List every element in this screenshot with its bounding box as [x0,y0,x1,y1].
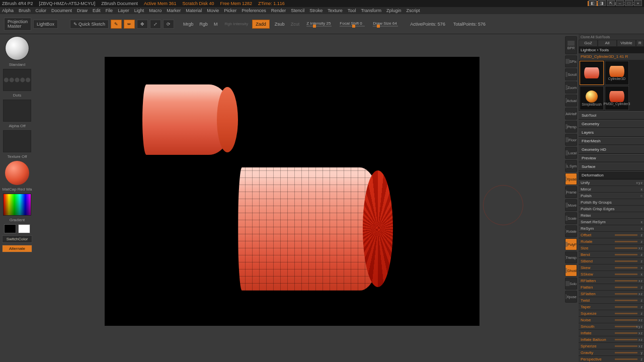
rstrip-zoom[interactable]: Zoom [565,81,577,94]
deform-flatten[interactable]: Flattenz [579,284,644,291]
menu-draw[interactable]: Draw [77,8,88,13]
menu-texture[interactable]: Texture [328,8,343,13]
deform-perspective[interactable]: Perspectivez [579,356,644,362]
deform-size[interactable]: Sizexz [579,245,644,251]
rstrip-persp[interactable]: Persp [565,121,577,133]
brush-preview[interactable] [5,36,29,60]
rstrip-lsym[interactable]: L.Sym [565,160,577,172]
section-layers[interactable]: Layers [579,128,644,137]
rstrip-spix[interactable]: SPix [565,55,577,67]
menu-material[interactable]: Material [186,8,202,13]
deform-inflate[interactable]: Inflatexz [579,330,644,336]
goz-visible-button[interactable]: Visible [617,40,636,47]
section-subtool[interactable]: SubTool [579,111,644,120]
menu-document[interactable]: Document [51,8,72,13]
menu-picker[interactable]: Picker [224,8,236,13]
zcut-button[interactable]: Zcut [291,22,300,27]
menu-alpha[interactable]: Alpha [2,8,14,13]
rstrip-rotate[interactable]: Rotate [565,225,577,237]
texture-slot[interactable] [3,130,31,152]
tool-pm3d-cyl[interactable]: PM3D_Cylinder3 [605,86,629,110]
stroke-preview[interactable] [3,69,31,91]
sep2-icon[interactable]: ◨ [598,0,606,6]
deform-rflatten[interactable]: RFlattenxz [579,278,644,284]
deform-squeeze[interactable]: Squeezez [579,310,644,317]
menu-transform[interactable]: Transform [361,8,381,13]
section-surface[interactable]: Surface [579,162,644,171]
deform-polish-crisp-edges[interactable]: Polish Crisp Edges [579,206,644,212]
deform-taper[interactable]: Taperz [579,304,644,310]
menu-layer[interactable]: Layer [118,8,129,13]
deform-sflatten[interactable]: SFlattenxz [579,291,644,297]
deform-polish[interactable]: Polish ○ [579,193,644,199]
deform-mirror[interactable]: Mirrorx [579,186,644,193]
tool-simplebrush[interactable]: SimpleBrush [580,86,604,110]
rstrip-solo[interactable]: Solo [565,278,577,290]
menu-macro[interactable]: Macro [149,8,162,13]
deform-inflate-balloon[interactable]: Inflate Balloonxz [579,336,644,343]
rgb-toggle[interactable]: Rgb [200,22,208,27]
deform-noise[interactable]: Noisexz [579,317,644,323]
deform-polish-by-groups[interactable]: Polish By Groups [579,199,644,206]
section-fibermesh[interactable]: FiberMesh [579,137,644,145]
draw-mode-button[interactable]: ✏ [124,20,135,29]
material-preview[interactable] [5,161,29,185]
clone-subtools-label[interactable]: Clone All SubTools [579,34,644,40]
rstrip-xpose[interactable]: Xpose [565,173,577,185]
deform-smooth[interactable]: Smoothxyz [579,323,644,330]
close-icon[interactable]: × [634,0,642,6]
zsub-button[interactable]: Zsub [275,22,285,27]
deform-sskew[interactable]: SSkewx [579,271,644,278]
deform-bend[interactable]: Bendz [579,251,644,258]
menu-stroke[interactable]: Stroke [309,8,323,13]
deform-relax[interactable]: Relax [579,212,644,219]
rstrip-transp[interactable]: Transp [565,251,577,263]
rstrip-move[interactable]: Move [565,199,577,211]
deform-offset[interactable]: Offsetz [579,232,644,238]
sep-icon[interactable]: ◧ [589,0,597,6]
menu-zplugin[interactable]: Zplugin [386,8,401,13]
color-swatches[interactable] [2,224,32,233]
switch-color-button[interactable]: SwitchColor [2,235,32,243]
menu-preferences[interactable]: Preferences [242,8,266,13]
menu-edit[interactable]: Edit [93,8,101,13]
gradient-label[interactable]: Gradient [2,218,32,222]
alternate-button[interactable]: Alternate [2,245,32,252]
canvas-area[interactable] [34,34,564,362]
tool-current[interactable] [580,61,604,85]
tool-header[interactable]: Lightbox › Tools [579,47,644,53]
focal-shift-slider[interactable]: Focal Shift 0 [340,21,365,27]
m-toggle[interactable]: M [214,22,218,27]
attach-icon[interactable]: ⇱ [607,0,615,6]
goz-r-button[interactable]: R [636,40,644,47]
scale-button[interactable]: ⤢ [150,20,161,29]
rstrip-frame[interactable]: Frame [565,186,577,198]
section-preview[interactable]: Preview [579,154,644,162]
menu-movie[interactable]: Movie [207,8,219,13]
viewport[interactable] [105,57,479,326]
color-picker[interactable] [3,194,31,216]
menu-stencil[interactable]: Stencil [291,8,304,13]
z-intensity-slider[interactable]: Z Intensity 25 [306,21,332,27]
deform-unify[interactable]: Unifyxyz [579,179,644,186]
rstrip-aahalf[interactable]: AAHalf [565,108,577,120]
menu-marker[interactable]: Marker [167,8,181,13]
quick-sketch-button[interactable]: ✎Quick Sketch [70,20,109,29]
deform-rotate[interactable]: Rotatez [579,238,644,245]
maximize-icon[interactable]: □ [625,0,633,6]
menu-tool[interactable]: Tool [348,8,356,13]
deform-spherize[interactable]: Spherizexz [579,343,644,349]
deform-smart-resym[interactable]: Smart ReSymx [579,219,644,225]
minimize-icon[interactable]: – [616,0,624,6]
draw-size-slider[interactable]: Draw Size 64 [373,21,398,27]
move-button[interactable]: Move✥ [137,20,148,29]
menu-light[interactable]: Light [134,8,144,13]
rstrip-local[interactable]: Local [565,147,577,159]
goz-button[interactable]: GoZ [579,40,598,47]
menu-color[interactable]: Color [36,8,47,13]
zadd-button[interactable]: Zadd [252,20,270,29]
menu-zscript[interactable]: Zscript [407,8,420,13]
rgb-intensity-slider[interactable]: Rgb Intensity [225,22,249,26]
rstrip-scale[interactable]: Scale [565,212,577,224]
deform-resym[interactable]: ReSymx [579,225,644,232]
